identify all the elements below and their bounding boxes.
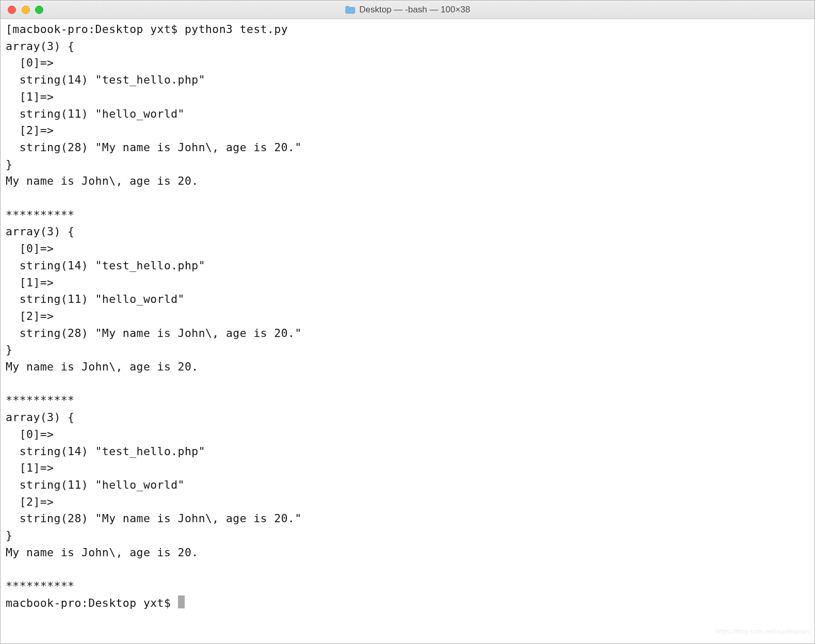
title-text-wrap: Desktop — -bash — 100×38 — [1, 5, 814, 15]
output-line: [1]=> — [20, 90, 54, 103]
output-line: string(11) "hello_world" — [20, 107, 185, 120]
output-line: string(28) "My name is John\, age is 20.… — [20, 327, 302, 340]
maximize-button[interactable] — [35, 6, 43, 14]
output-line: [1]=> — [20, 461, 54, 474]
command-text: python3 test.py — [185, 23, 288, 36]
output-line: [2]=> — [20, 124, 54, 137]
prompt-line: [macbook-pro:Desktop yxt$ python3 test.p… — [6, 23, 288, 36]
output-line: string(28) "My name is John\, age is 20.… — [20, 141, 302, 154]
output-line: array(3) { — [6, 225, 74, 238]
output-separator: ********** — [6, 579, 74, 592]
prompt-host: macbook-pro:Desktop yxt$ — [12, 23, 177, 36]
titlebar[interactable]: Desktop — -bash — 100×38 — [1, 1, 814, 19]
output-line: } — [6, 158, 12, 171]
output-line: string(14) "test_hello.php" — [20, 259, 205, 272]
output-line: [1]=> — [20, 276, 54, 289]
output-line: My name is John\, age is 20. — [6, 546, 199, 559]
output-line: string(28) "My name is John\, age is 20.… — [20, 512, 302, 525]
output-line: [0]=> — [20, 428, 54, 441]
output-line: string(11) "hello_world" — [20, 478, 185, 491]
output-line: My name is John\, age is 20. — [6, 174, 199, 187]
output-separator: ********** — [6, 394, 74, 407]
close-button[interactable] — [8, 6, 16, 14]
output-line: } — [6, 343, 12, 356]
output-line: string(14) "test_hello.php" — [20, 73, 205, 86]
output-line: My name is John\, age is 20. — [6, 360, 199, 373]
output-line: [2]=> — [20, 310, 54, 323]
output-line: [0]=> — [20, 242, 54, 255]
output-line: array(3) { — [6, 40, 74, 53]
output-separator: ********** — [6, 208, 74, 221]
watermark-text: https://blog.csdn.net/xiaofeiyuan — [716, 623, 809, 640]
window-title: Desktop — -bash — 100×38 — [360, 5, 470, 15]
final-prompt: macbook-pro:Desktop yxt$ — [6, 597, 178, 609]
output-line: } — [6, 529, 12, 542]
cursor — [178, 595, 185, 608]
output-line: array(3) { — [6, 411, 74, 424]
minimize-button[interactable] — [22, 6, 30, 14]
output-line: [0]=> — [20, 56, 54, 69]
traffic-lights — [8, 6, 43, 14]
output-line: string(14) "test_hello.php" — [20, 445, 205, 458]
output-line: string(11) "hello_world" — [20, 293, 185, 305]
output-line: [2]=> — [20, 495, 54, 508]
folder-icon — [345, 6, 355, 14]
terminal-window: Desktop — -bash — 100×38 [macbook-pro:De… — [0, 0, 815, 644]
terminal-body[interactable]: [macbook-pro:Desktop yxt$ python3 test.p… — [1, 19, 814, 643]
